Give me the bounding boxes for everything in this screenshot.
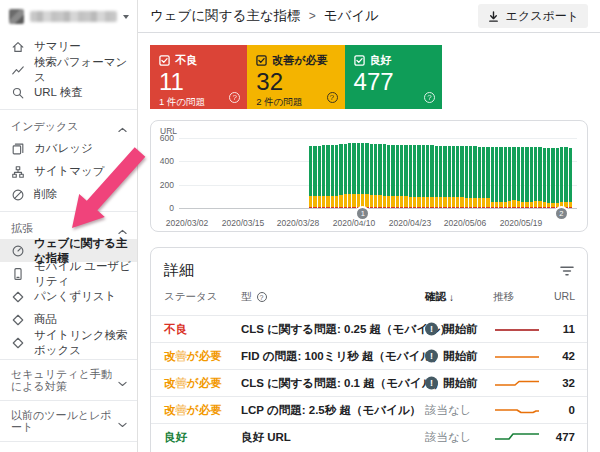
bar[interactable] xyxy=(538,147,541,208)
bar[interactable] xyxy=(448,146,451,208)
bar[interactable] xyxy=(361,143,364,208)
bar[interactable] xyxy=(543,148,546,208)
sidebar-item-検索パフォーマンス[interactable]: 検索パフォーマンス xyxy=(0,58,137,81)
bar[interactable] xyxy=(409,145,412,208)
bar[interactable] xyxy=(439,146,442,208)
bar[interactable] xyxy=(309,146,312,208)
bar[interactable] xyxy=(495,147,498,208)
bar[interactable] xyxy=(322,145,325,208)
chart-marker-2[interactable]: 2 xyxy=(556,208,567,219)
bar[interactable] xyxy=(547,148,550,208)
table-row[interactable]: 良好良好 URL該当なし477 xyxy=(151,423,587,450)
bar[interactable] xyxy=(365,143,368,208)
property-selector[interactable] xyxy=(0,0,137,33)
bar[interactable] xyxy=(422,145,425,208)
bar[interactable] xyxy=(374,144,377,208)
bar[interactable] xyxy=(339,144,342,208)
bar[interactable] xyxy=(508,147,511,208)
bar[interactable] xyxy=(551,148,554,208)
bar[interactable] xyxy=(387,145,390,208)
table-row[interactable]: 不良CLS に関する問題: 0.25 超（モバイル）!開始前11 xyxy=(151,315,587,342)
bar[interactable] xyxy=(357,143,360,208)
bar[interactable] xyxy=(525,147,528,208)
table-row[interactable]: 改善が必要FID の問題: 100ミリ秒 超（モバイル）!開始前42 xyxy=(151,342,587,369)
bar-segment-不良 xyxy=(465,207,468,208)
bar[interactable] xyxy=(569,148,572,208)
bar[interactable] xyxy=(335,145,338,208)
bar[interactable] xyxy=(318,146,321,208)
bar[interactable] xyxy=(326,145,329,208)
bar[interactable] xyxy=(413,145,416,208)
sidebar-item-サイトリンク検索ボックス[interactable]: サイトリンク検索ボックス xyxy=(0,331,137,354)
bar[interactable] xyxy=(378,144,381,208)
export-button[interactable]: エクスポート xyxy=(478,4,588,28)
bar[interactable] xyxy=(331,145,334,208)
sidebar-section-インデックス[interactable]: インデックス xyxy=(0,115,137,137)
breadcrumb-parent[interactable]: ウェブに関する主な指標 xyxy=(150,7,301,25)
bar[interactable] xyxy=(430,145,433,208)
bar[interactable] xyxy=(504,147,507,208)
bar-segment-改善が必要 xyxy=(482,198,485,207)
bar-segment-良好 xyxy=(443,146,446,197)
bar-segment-良好 xyxy=(543,148,546,203)
bar-segment-良好 xyxy=(374,144,377,195)
bar[interactable] xyxy=(499,147,502,208)
bar[interactable] xyxy=(452,146,455,208)
bar[interactable] xyxy=(383,144,386,208)
bar[interactable] xyxy=(564,147,567,208)
bar[interactable] xyxy=(482,147,485,208)
bar[interactable] xyxy=(491,147,494,208)
bar[interactable] xyxy=(370,144,373,208)
bar[interactable] xyxy=(521,147,524,208)
bar[interactable] xyxy=(352,143,355,208)
sidebar-item-リンク[interactable]: リンク xyxy=(0,447,137,452)
sidebar-item-URL 検査[interactable]: URL 検査 xyxy=(0,81,137,104)
bar[interactable] xyxy=(344,144,347,208)
column-url[interactable]: URL xyxy=(554,290,575,302)
sidebar-item-パンくずリスト[interactable]: パンくずリスト xyxy=(0,285,137,308)
filter-icon[interactable] xyxy=(560,263,574,275)
bar[interactable] xyxy=(469,146,472,208)
sidebar-item-カバレッジ[interactable]: カバレッジ xyxy=(0,137,137,160)
table-row[interactable]: 改善が必要LCP の問題: 2.5秒 超（モバイル）該当なし0 xyxy=(151,396,587,423)
column-trend[interactable]: 推移 xyxy=(493,290,514,304)
bar[interactable] xyxy=(473,146,476,208)
bar[interactable] xyxy=(417,145,420,208)
bar[interactable] xyxy=(426,145,429,208)
column-check[interactable]: 確認 ↓ xyxy=(425,290,454,304)
sidebar-item-モバイル ユーザビリティ[interactable]: モバイル ユーザビリティ xyxy=(0,262,137,285)
bar[interactable] xyxy=(348,143,351,208)
status-card-不良[interactable]: 不良111 件の問題? xyxy=(150,45,247,109)
status-card-改善が必要[interactable]: 改善が必要322 件の問題? xyxy=(247,45,344,109)
bar[interactable] xyxy=(486,147,489,208)
sidebar-item-削除[interactable]: 削除 xyxy=(0,183,137,206)
column-type[interactable]: 型 ? xyxy=(241,290,267,304)
sidebar-section-セキュリティと手動による対策[interactable]: セキュリティと手動による対策 xyxy=(0,365,137,395)
help-icon[interactable]: ? xyxy=(327,92,338,103)
help-icon[interactable]: ? xyxy=(424,92,435,103)
column-status[interactable]: ステータス xyxy=(164,290,217,304)
bar[interactable] xyxy=(465,146,468,208)
bar[interactable] xyxy=(456,146,459,208)
bar[interactable] xyxy=(404,145,407,208)
bar[interactable] xyxy=(512,147,515,208)
sidebar-section-以前のツールとレポート[interactable]: 以前のツールとレポート xyxy=(0,406,137,436)
bar[interactable] xyxy=(400,145,403,208)
y-tick-label: 200 xyxy=(151,180,174,190)
bar[interactable] xyxy=(313,146,316,208)
bar[interactable] xyxy=(560,147,563,208)
sidebar-item-サイトマップ[interactable]: サイトマップ xyxy=(0,160,137,183)
bar[interactable] xyxy=(435,146,438,208)
bar[interactable] xyxy=(460,146,463,208)
bar[interactable] xyxy=(534,147,537,208)
help-icon[interactable]: ? xyxy=(229,92,240,103)
status-card-良好[interactable]: 良好477? xyxy=(345,45,442,109)
bar[interactable] xyxy=(391,145,394,208)
table-row[interactable]: 改善が必要CLS に関する問題: 0.1 超（モバイル）!開始前32 xyxy=(151,369,587,396)
bar[interactable] xyxy=(556,148,559,208)
bar[interactable] xyxy=(396,145,399,208)
bar[interactable] xyxy=(478,147,481,208)
bar[interactable] xyxy=(530,147,533,208)
bar[interactable] xyxy=(517,147,520,208)
bar[interactable] xyxy=(443,146,446,208)
